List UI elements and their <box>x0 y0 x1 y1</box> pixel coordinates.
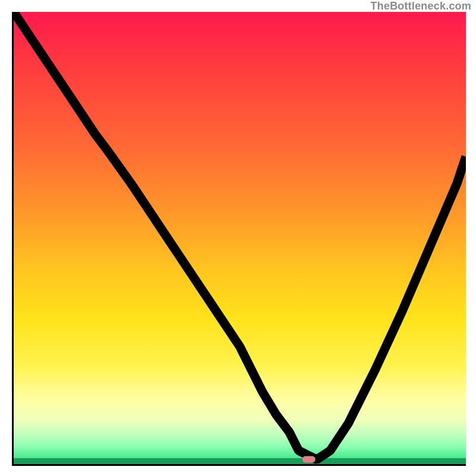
bottleneck-curve <box>14 12 466 464</box>
optimal-point-marker <box>302 456 315 462</box>
bottleneck-curve-line <box>14 12 466 459</box>
plot-area <box>12 12 466 466</box>
watermark-label: TheBottleneck.com <box>371 0 471 12</box>
chart-container: TheBottleneck.com <box>0 0 476 476</box>
